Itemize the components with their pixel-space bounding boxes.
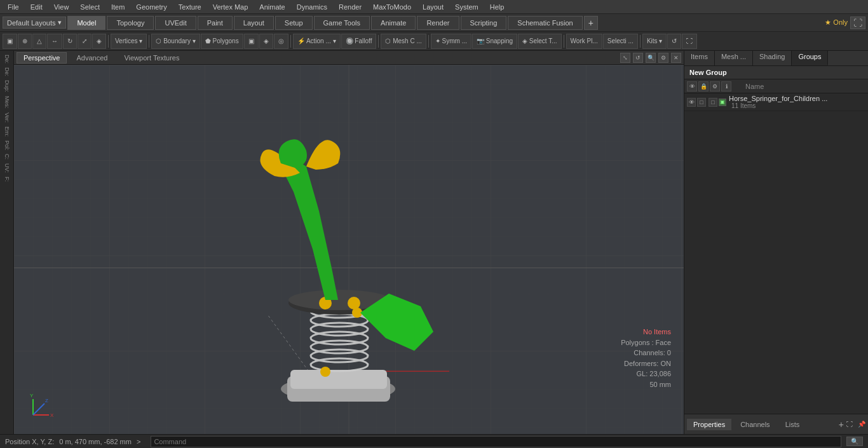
- svg-point-21: [320, 367, 330, 377]
- vp-reset-icon[interactable]: ↺: [633, 53, 643, 63]
- sidebar-c[interactable]: C:: [3, 153, 11, 161]
- menu-select[interactable]: Select: [75, 2, 105, 12]
- sidebar-mes[interactable]: Mes:: [3, 95, 11, 110]
- menu-item[interactable]: Item: [106, 2, 130, 12]
- tb-icon3[interactable]: ◎: [274, 34, 288, 49]
- falloff-btn[interactable]: 🔘 Falloff: [341, 34, 377, 49]
- gt-info-btn[interactable]: ℹ: [721, 81, 731, 92]
- workplane-btn[interactable]: Work Pl...: [566, 34, 602, 49]
- command-input[interactable]: [151, 436, 841, 447]
- add-layout-button[interactable]: +: [584, 16, 598, 30]
- tb-icon2[interactable]: ◈: [259, 34, 273, 49]
- command-search-btn[interactable]: 🔍: [846, 437, 863, 446]
- menu-animate[interactable]: Animate: [254, 2, 290, 12]
- sidebar-dup[interactable]: Dup:: [3, 79, 11, 93]
- menu-dynamics[interactable]: Dynamics: [292, 2, 332, 12]
- layout-tab-animate[interactable]: Animate: [371, 16, 416, 30]
- menu-geometry[interactable]: Geometry: [131, 2, 172, 12]
- default-layouts-dropdown[interactable]: Default Layouts ▾: [3, 17, 66, 29]
- layouts-bar: Default Layouts ▾ Model Topology UVEdit …: [0, 14, 868, 32]
- gt-lock-btn[interactable]: 🔒: [698, 81, 709, 92]
- tb-poly-btn[interactable]: △: [32, 34, 46, 49]
- vp-settings-icon[interactable]: ⚙: [658, 53, 668, 63]
- properties-tab[interactable]: Properties: [687, 419, 731, 430]
- menu-texture[interactable]: Texture: [173, 2, 207, 12]
- mesh-dropdown[interactable]: ⬡ Mesh C ...: [381, 34, 426, 49]
- panel-tab-groups[interactable]: Groups: [792, 51, 828, 65]
- viewport[interactable]: No Items Polygons : Face Channels: 0 Def…: [14, 65, 684, 434]
- svg-line-27: [33, 404, 44, 415]
- sidebar-f[interactable]: F:: [3, 175, 11, 183]
- menu-view[interactable]: View: [49, 2, 74, 12]
- symmetry-dropdown[interactable]: ✦ Symm ...: [431, 34, 471, 49]
- boundary-dropdown[interactable]: ⬡ Boundary ▾: [151, 34, 200, 49]
- menu-file[interactable]: File: [3, 2, 24, 12]
- layout-tab-scripting[interactable]: Scripting: [461, 16, 507, 30]
- channels-tab[interactable]: Channels: [734, 419, 776, 430]
- panel-tab-mesh[interactable]: Mesh ...: [715, 51, 753, 65]
- vp-maximize-icon[interactable]: ⤡: [620, 53, 630, 63]
- vertices-dropdown[interactable]: Vertices ▾: [111, 34, 147, 49]
- layout-tab-topology[interactable]: Topology: [107, 16, 154, 30]
- vp-tab-textures[interactable]: Viewport Textures: [117, 52, 186, 64]
- menu-layout[interactable]: Layout: [417, 2, 449, 12]
- tb-transform-btn[interactable]: ◈: [92, 34, 106, 49]
- layout-tab-render[interactable]: Render: [417, 16, 459, 30]
- layout-tab-paint[interactable]: Paint: [198, 16, 233, 30]
- layout-tab-setup[interactable]: Setup: [275, 16, 313, 30]
- menu-vertexmap[interactable]: Vertex Map: [208, 2, 254, 12]
- layout-tab-layout[interactable]: Layout: [234, 16, 274, 30]
- group-item-count: 11 Items: [729, 102, 865, 109]
- sidebar-uv[interactable]: UV:: [3, 162, 11, 174]
- sidebar-de1[interactable]: De:: [3, 53, 11, 65]
- sidebar-ver[interactable]: Ver:: [3, 111, 11, 124]
- menu-edit[interactable]: Edit: [25, 2, 48, 12]
- sidebar-em[interactable]: Em:: [3, 125, 11, 138]
- tb-icon1[interactable]: ▣: [244, 34, 259, 49]
- menu-help[interactable]: Help: [485, 2, 510, 12]
- add-property-btn[interactable]: +: [839, 419, 844, 430]
- tb-sep6: [564, 35, 564, 48]
- tb-select-btn[interactable]: ▣: [3, 34, 17, 49]
- polygons-btn[interactable]: ⬟ Polygons: [201, 34, 243, 49]
- menu-system[interactable]: System: [450, 2, 484, 12]
- maximize-layouts-btn[interactable]: ⛶: [850, 17, 865, 29]
- tb-window-btn[interactable]: ⛶: [682, 34, 697, 49]
- vp-tab-perspective[interactable]: Perspective: [17, 52, 67, 64]
- snapping-btn[interactable]: 📷 Snapping: [472, 34, 517, 49]
- tb-move-btn[interactable]: ↔: [47, 34, 62, 49]
- select-tool-dropdown[interactable]: ◈ Select T...: [518, 34, 562, 49]
- group-list-item[interactable]: 👁 □ □ ▣ Horse_Springer_for_Children ... …: [684, 93, 868, 111]
- layout-tab-uvedit[interactable]: UVEdit: [155, 16, 196, 30]
- gt-eye-btn[interactable]: 👁: [687, 81, 697, 92]
- vp-close-icon[interactable]: ✕: [671, 53, 681, 63]
- gt-settings-btn[interactable]: ⚙: [710, 81, 720, 92]
- layout-tab-model[interactable]: Model: [67, 16, 105, 30]
- tb-scale-btn[interactable]: ⤢: [78, 34, 92, 49]
- group-lock-icon[interactable]: □: [697, 98, 706, 107]
- tb-undo-btn[interactable]: ↺: [667, 34, 681, 49]
- sidebar-de2[interactable]: De:: [3, 66, 11, 78]
- tb-circle-btn[interactable]: ⊕: [18, 34, 32, 49]
- group-eye-icon[interactable]: 👁: [687, 98, 696, 107]
- star-only-label: ★ Only: [825, 18, 848, 27]
- vp-tab-advanced[interactable]: Advanced: [69, 52, 114, 64]
- panel-tab-items[interactable]: Items: [684, 51, 715, 65]
- tb-sep2: [149, 35, 149, 48]
- layout-tab-gametools[interactable]: Game Tools: [314, 16, 370, 30]
- action-dropdown[interactable]: ⚡ Action ... ▾: [293, 34, 341, 49]
- tb-rotate-btn[interactable]: ↻: [63, 34, 77, 49]
- kits-dropdown[interactable]: Kits ▾: [642, 34, 667, 49]
- selection-btn[interactable]: Selecti ...: [603, 34, 638, 49]
- menu-render[interactable]: Render: [334, 2, 367, 12]
- menu-maxtomodo[interactable]: MaxToModo: [368, 2, 416, 12]
- lists-tab[interactable]: Lists: [779, 419, 806, 430]
- sidebar-pol[interactable]: Pol:: [3, 139, 11, 152]
- layout-tab-schematic[interactable]: Schematic Fusion: [508, 16, 582, 30]
- maximize-properties-btn[interactable]: ⛶: [846, 421, 853, 428]
- group-render-icon[interactable]: □: [709, 98, 717, 107]
- position-value: 0 m, 470 mm, -682 mm: [59, 438, 132, 445]
- panel-tab-shading[interactable]: Shading: [753, 51, 792, 65]
- vp-search-icon[interactable]: 🔍: [646, 53, 656, 63]
- pin-properties-btn[interactable]: 📌: [858, 421, 865, 428]
